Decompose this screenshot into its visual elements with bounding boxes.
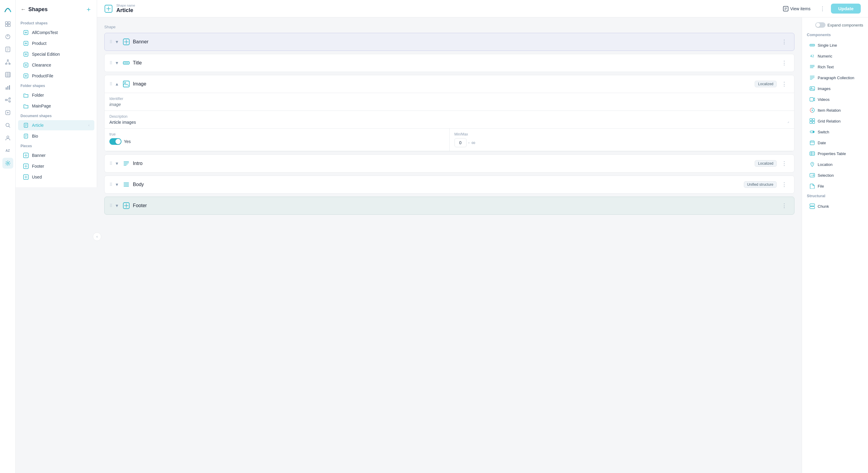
sidebar-item-footer[interactable]: Footer (18, 161, 94, 171)
structural-section: Structural Chunk (807, 194, 863, 211)
sidebar-item-special-edition[interactable]: Special Edition (18, 49, 94, 59)
sidebar-item-allcompstest[interactable]: AllCompsTest (18, 27, 94, 38)
localized-toggle[interactable] (110, 138, 121, 145)
grid-icon[interactable] (2, 69, 13, 80)
components-section: Components Single Line 42 Numeric (807, 33, 863, 191)
description-field: Description Article images ⌟ (104, 111, 794, 129)
images-label: Images (818, 87, 831, 91)
body-more-button[interactable]: ⋮ (779, 180, 789, 189)
item-relation-icon (809, 107, 815, 113)
selection-item[interactable]: Selection (807, 170, 863, 180)
add-shape-button[interactable]: ＋ (85, 5, 92, 14)
svg-rect-11 (7, 86, 8, 90)
file-item[interactable]: File (807, 181, 863, 191)
view-items-button[interactable]: View items (779, 4, 814, 13)
settings-icon[interactable] (2, 158, 13, 169)
image-type-icon (122, 80, 130, 88)
identifier-label: Identifier (110, 97, 789, 101)
sidebar-item-label: Special Edition (32, 52, 60, 57)
drag-handle[interactable]: ⠿ (110, 203, 112, 208)
book-icon[interactable] (2, 44, 13, 55)
expand-components-toggle[interactable]: Expand components (815, 22, 863, 28)
location-label: Location (818, 162, 832, 167)
min-input[interactable] (455, 138, 467, 147)
connection-icon[interactable] (2, 95, 13, 105)
user-icon[interactable] (2, 133, 13, 143)
paragraph-collection-item[interactable]: Paragraph Collection (807, 73, 863, 83)
banner-more-button[interactable]: ⋮ (779, 37, 789, 46)
footer-more-button[interactable]: ⋮ (779, 201, 789, 210)
chart-icon[interactable] (2, 82, 13, 93)
search-icon[interactable] (2, 120, 13, 131)
chunk-item[interactable]: Chunk (807, 201, 863, 211)
location-item[interactable]: Location (807, 159, 863, 170)
identifier-value: image (110, 102, 789, 107)
title-component: ⠿ ▼ Title ⋮ (104, 54, 795, 72)
plugin-icon[interactable] (2, 107, 13, 118)
images-item[interactable]: Images (807, 83, 863, 94)
image-chevron[interactable]: ▲ (114, 81, 120, 87)
back-button[interactable]: ← (21, 6, 26, 13)
videos-item[interactable]: Videos (807, 94, 863, 104)
icon-bar: AZ (0, 0, 16, 473)
sidebar-item-banner[interactable]: Banner (18, 150, 94, 161)
item-relation-item[interactable]: Item Relation (807, 105, 863, 115)
properties-table-item[interactable]: Properties Table (807, 148, 863, 159)
date-item[interactable]: Date (807, 138, 863, 148)
banner-chevron[interactable]: ▼ (114, 39, 120, 45)
sidebar-item-folder[interactable]: Folder (18, 90, 94, 100)
nodes-icon[interactable] (2, 57, 13, 67)
sidebar-item-mainpage[interactable]: MainPage (18, 101, 94, 111)
body-chevron[interactable]: ▼ (114, 181, 120, 188)
sidebar-item-used[interactable]: Used (18, 172, 94, 182)
app-logo[interactable] (2, 4, 13, 14)
title-more-button[interactable]: ⋮ (779, 59, 789, 67)
sidebar-title: Shapes (28, 6, 48, 13)
drag-handle[interactable]: ⠿ (110, 161, 112, 166)
sidebar-item-article[interactable]: Article ‹ (18, 120, 94, 130)
intro-chevron[interactable]: ▼ (114, 161, 120, 167)
drag-handle[interactable]: ⠿ (110, 39, 112, 44)
az-icon[interactable]: AZ (2, 145, 13, 156)
numeric-item[interactable]: 42 Numeric (807, 51, 863, 61)
svg-rect-54 (810, 207, 815, 209)
sidebar-collapse-button[interactable]: ‹ (93, 232, 101, 241)
switch-item[interactable]: Switch (807, 127, 863, 137)
svg-point-51 (812, 164, 813, 164)
sidebar-item-label: ProductFile (32, 73, 53, 78)
title-chevron[interactable]: ▼ (114, 60, 120, 66)
compass-icon[interactable] (2, 31, 13, 42)
drag-handle[interactable]: ⠿ (110, 81, 112, 87)
banner-type-icon (122, 38, 130, 46)
update-button[interactable]: Update (831, 4, 861, 13)
shape-editor: Shape ⠿ ▼ Banner ⋮ ⠿ ▼ (97, 18, 802, 473)
numeric-label: Numeric (818, 54, 832, 59)
more-options-button[interactable]: ⋮ (818, 4, 827, 13)
paragraph-collection-icon (809, 75, 815, 81)
collapse-indicator: ‹ (88, 123, 90, 127)
svg-point-14 (9, 98, 10, 99)
single-line-item[interactable]: Single Line (807, 40, 863, 50)
sidebar-item-productfile[interactable]: ProductFile (18, 71, 94, 81)
svg-rect-2 (5, 24, 7, 27)
rich-text-item[interactable]: Rich Text (807, 62, 863, 72)
drag-handle[interactable]: ⠿ (110, 182, 112, 187)
sidebar-item-bio[interactable]: Bio (18, 131, 94, 141)
expand-toggle-switch[interactable] (815, 22, 826, 28)
body-type-icon (122, 180, 130, 189)
svg-point-48 (813, 131, 814, 133)
sidebar-item-clearance[interactable]: Clearance (18, 60, 94, 70)
drag-handle[interactable]: ⠿ (110, 61, 112, 65)
dashboard-icon[interactable] (2, 19, 13, 30)
switch-label: Switch (818, 130, 829, 134)
intro-badge: Localized (755, 160, 777, 167)
sidebar-item-product[interactable]: Product (18, 38, 94, 48)
image-more-button[interactable]: ⋮ (779, 79, 789, 89)
selection-label: Selection (818, 173, 834, 178)
shape-icon (23, 51, 29, 57)
footer-chevron[interactable]: ▼ (114, 203, 120, 209)
svg-rect-10 (6, 87, 7, 90)
intro-more-button[interactable]: ⋮ (779, 159, 789, 168)
grid-relation-item[interactable]: Grid Relation (807, 116, 863, 126)
piece-icon (23, 163, 29, 169)
